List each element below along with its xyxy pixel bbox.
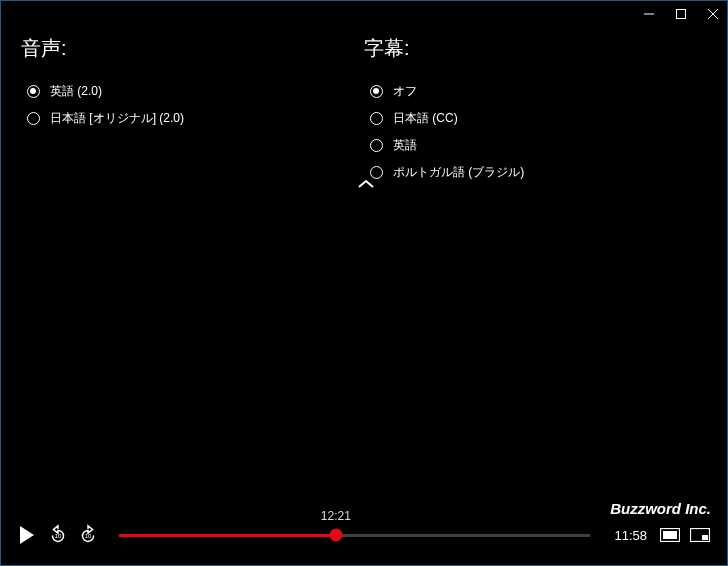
audio-option[interactable]: 日本語 [オリジナル] (2.0) <box>27 105 364 132</box>
window-titlebar <box>1 1 727 27</box>
progress-fill <box>119 534 336 537</box>
progress-tooltip: 12:21 <box>321 509 351 523</box>
audio-options: 英語 (2.0)日本語 [オリジナル] (2.0) <box>21 78 364 132</box>
progress-bar[interactable]: 12:21 <box>119 534 590 537</box>
current-time: 11:58 <box>614 528 647 543</box>
radio-icon <box>27 112 40 125</box>
audio-option-label: 日本語 [オリジナル] (2.0) <box>50 110 184 127</box>
audio-title: 音声: <box>21 35 364 62</box>
player-controls: 10 10 12:21 11:58 <box>1 515 727 555</box>
subtitle-option[interactable]: ポルトガル語 (ブラジル) <box>370 159 707 186</box>
svg-rect-1 <box>677 10 686 19</box>
progress-handle[interactable] <box>329 529 342 542</box>
chevron-up-icon <box>357 179 375 189</box>
subtitle-option-label: 日本語 (CC) <box>393 110 458 127</box>
audio-option-label: 英語 (2.0) <box>50 83 102 100</box>
subtitle-option[interactable]: 日本語 (CC) <box>370 105 707 132</box>
subtitle-options: オフ日本語 (CC)英語ポルトガル語 (ブラジル) <box>364 78 707 186</box>
subtitle-option-label: ポルトガル語 (ブラジル) <box>393 164 524 181</box>
fullwindow-icon <box>660 528 680 542</box>
subtitles-column: 字幕: オフ日本語 (CC)英語ポルトガル語 (ブラジル) <box>364 35 707 186</box>
fullscreen-button[interactable] <box>685 520 715 550</box>
svg-text:10: 10 <box>85 533 92 539</box>
radio-icon <box>370 139 383 152</box>
subtitle-option[interactable]: 英語 <box>370 132 707 159</box>
fullscreen-icon <box>690 528 710 542</box>
subtitles-title: 字幕: <box>364 35 707 62</box>
maximize-button[interactable] <box>675 8 687 20</box>
rewind-10-button[interactable]: 10 <box>43 520 73 550</box>
subtitle-option-label: オフ <box>393 83 417 100</box>
close-button[interactable] <box>707 8 719 20</box>
progress-track <box>119 534 590 537</box>
collapse-button[interactable] <box>357 175 375 193</box>
play-button[interactable] <box>13 520 43 550</box>
audio-column: 音声: 英語 (2.0)日本語 [オリジナル] (2.0) <box>21 35 364 186</box>
svg-marker-4 <box>20 526 34 544</box>
svg-text:10: 10 <box>55 533 62 539</box>
svg-rect-10 <box>702 535 708 540</box>
svg-rect-8 <box>663 531 677 539</box>
radio-icon <box>27 85 40 98</box>
radio-icon <box>370 85 383 98</box>
minimize-button[interactable] <box>643 8 655 20</box>
radio-icon <box>370 112 383 125</box>
subtitle-option[interactable]: オフ <box>370 78 707 105</box>
fullwindow-button[interactable] <box>655 520 685 550</box>
close-icon <box>708 9 718 19</box>
play-icon <box>20 526 36 544</box>
audio-option[interactable]: 英語 (2.0) <box>27 78 364 105</box>
forward-10-button[interactable]: 10 <box>73 520 103 550</box>
forward-10-icon: 10 <box>77 524 99 546</box>
subtitle-option-label: 英語 <box>393 137 417 154</box>
maximize-icon <box>676 9 686 19</box>
rewind-10-icon: 10 <box>47 524 69 546</box>
settings-panel: 音声: 英語 (2.0)日本語 [オリジナル] (2.0) 字幕: オフ日本語 … <box>1 27 727 186</box>
minimize-icon <box>644 9 654 19</box>
